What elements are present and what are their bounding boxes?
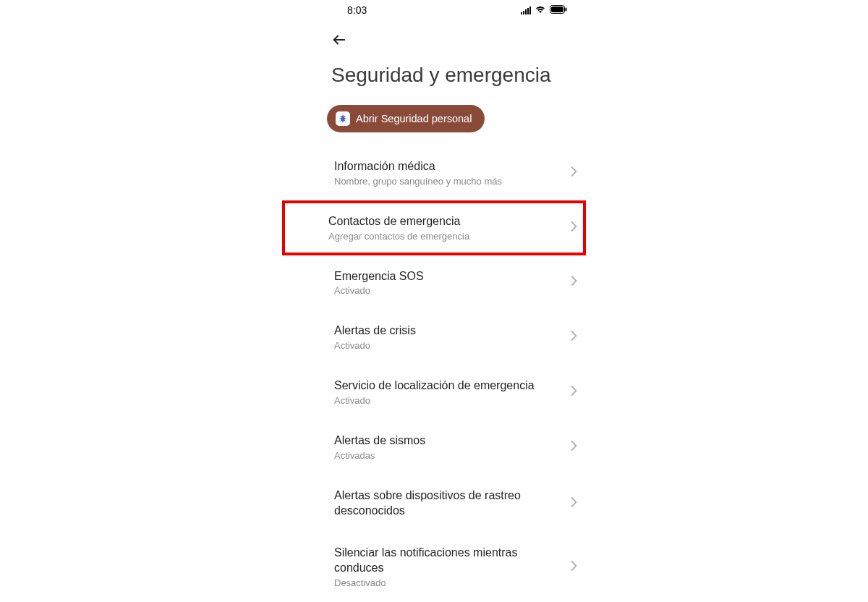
- open-personal-safety-button[interactable]: Abrir Seguridad personal: [327, 105, 485, 132]
- item-title: Alertas de sismos: [334, 433, 563, 449]
- item-subtitle: Agregar contactos de emergencia: [328, 231, 563, 242]
- list-item-emergency-sos[interactable]: Emergencia SOS Activado: [326, 255, 586, 310]
- status-time: 8:03: [347, 4, 367, 16]
- item-title: Contactos de emergencia: [328, 214, 563, 229]
- item-title: Servicio de localización de emergencia: [334, 378, 563, 394]
- item-title: Información médica: [334, 159, 563, 174]
- item-text: Silenciar las notificaciones mientras co…: [334, 546, 563, 588]
- chevron-right-icon: [571, 331, 577, 344]
- svg-rect-1: [551, 7, 563, 12]
- chevron-right-icon: [571, 276, 577, 289]
- item-text: Información médica Nombre, grupo sanguín…: [334, 159, 563, 187]
- status-bar: 8:03: [326, 0, 586, 20]
- item-title: Alertas de crisis: [334, 323, 563, 339]
- list-item-unknown-tracker-alerts[interactable]: Alertas sobre dispositivos de rastreo de…: [326, 475, 586, 533]
- svg-rect-2: [566, 8, 567, 12]
- wifi-icon: [535, 4, 546, 16]
- item-title: Emergencia SOS: [334, 269, 563, 284]
- list-item-medical-info[interactable]: Información médica Nombre, grupo sanguín…: [326, 145, 586, 200]
- medical-icon: [336, 111, 350, 126]
- item-text: Emergencia SOS Activado: [334, 269, 563, 297]
- item-text: Alertas sobre dispositivos de rastreo de…: [334, 488, 563, 519]
- item-title: Silenciar las notificaciones mientras co…: [334, 546, 563, 576]
- chevron-right-icon: [571, 497, 577, 510]
- back-button[interactable]: [326, 20, 586, 56]
- item-subtitle: Nombre, grupo sanguíneo y mucho más: [334, 176, 563, 187]
- chevron-right-icon: [571, 386, 577, 399]
- list-item-emergency-contacts[interactable]: Contactos de emergencia Agregar contacto…: [282, 200, 586, 255]
- chevron-right-icon: [571, 561, 577, 574]
- chevron-right-icon: [571, 221, 577, 234]
- status-indicators: [521, 4, 567, 16]
- item-text: Alertas de crisis Activado: [334, 323, 563, 351]
- list-item-earthquake-alerts[interactable]: Alertas de sismos Activadas: [326, 420, 586, 475]
- settings-screen: 8:03 Seguridad y emergencia: [326, 0, 586, 602]
- arrow-left-icon: [331, 32, 347, 48]
- item-subtitle: Activado: [334, 340, 563, 351]
- page-title: Seguridad y emergencia: [326, 56, 586, 102]
- item-text: Alertas de sismos Activadas: [334, 433, 563, 461]
- item-subtitle: Activado: [334, 395, 563, 406]
- item-title: Alertas sobre dispositivos de rastreo de…: [334, 488, 563, 519]
- list-item-driving-notifications[interactable]: Silenciar las notificaciones mientras co…: [326, 532, 586, 602]
- list-item-crisis-alerts[interactable]: Alertas de crisis Activado: [326, 310, 586, 365]
- chevron-right-icon: [571, 166, 577, 179]
- battery-icon: [550, 4, 567, 16]
- item-subtitle: Activadas: [334, 450, 563, 461]
- list-item-emergency-location-service[interactable]: Servicio de localización de emergencia A…: [326, 365, 586, 420]
- item-text: Servicio de localización de emergencia A…: [334, 378, 563, 406]
- open-button-label: Abrir Seguridad personal: [356, 113, 472, 124]
- item-subtitle: Desactivado: [334, 577, 563, 588]
- item-subtitle: Activado: [334, 285, 563, 296]
- item-text: Contactos de emergencia Agregar contacto…: [328, 214, 563, 242]
- chevron-right-icon: [571, 441, 577, 454]
- signal-icon: [521, 6, 531, 14]
